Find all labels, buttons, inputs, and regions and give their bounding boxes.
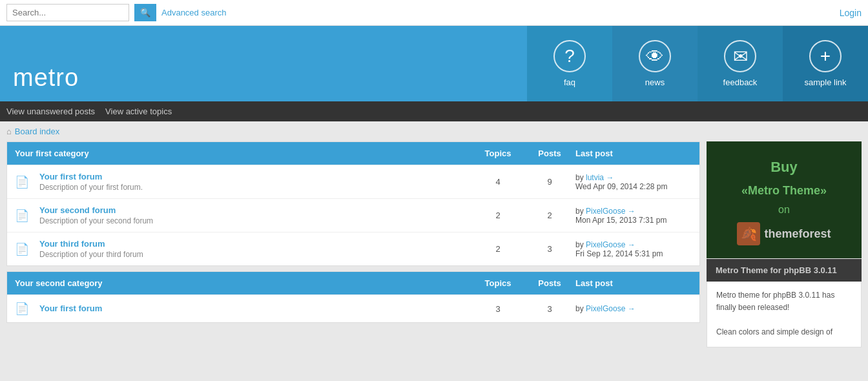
top-bar: 🔍 Advanced search Login — [0, 0, 868, 26]
forum-3-link[interactable]: Your third forum — [39, 239, 105, 249]
forum-1-name: Your first forum — [39, 172, 472, 181]
table-row: 📄 Your second forum Description of your … — [7, 198, 699, 232]
ad-tf-text: themeforest — [764, 223, 831, 244]
sidebar-text-2: Clean colors and simple design of — [716, 326, 852, 338]
faq-icon: ? — [553, 40, 586, 72]
forum-file-icon: 📄 — [15, 209, 33, 223]
category-1-topics-col: Topics — [472, 149, 524, 158]
ad-metro-text: «Metro Theme» — [741, 180, 827, 201]
forum-file-icon: 📄 — [15, 175, 33, 189]
forum-1-last-user[interactable]: lutvia — [586, 173, 604, 182]
tile-news-label: news — [645, 77, 665, 87]
tile-sample-link[interactable]: + sample link — [783, 26, 868, 101]
forum-4-arrow: → — [628, 304, 636, 313]
tile-feedback[interactable]: ✉ feedback — [698, 26, 783, 101]
forum-4-topics: 3 — [472, 304, 524, 314]
breadcrumb: ⌂ Board index — [0, 121, 868, 141]
forum-1-link[interactable]: Your first forum — [39, 172, 102, 181]
search-input[interactable] — [6, 4, 129, 21]
forum-2-arrow: → — [628, 207, 636, 216]
category-2-topics-col: Topics — [472, 278, 524, 288]
tile-faq[interactable]: ? faq — [527, 26, 612, 101]
search-area: 🔍 Advanced search — [6, 4, 226, 21]
forum-2-date: Mon Apr 15, 2013 7:31 pm — [575, 216, 666, 225]
advanced-search-link[interactable]: Advanced search — [161, 8, 226, 17]
forum-4-link[interactable]: Your first forum — [39, 304, 102, 313]
forum-2-topics: 2 — [472, 211, 524, 220]
forum-3-info: Your third forum Description of your thi… — [39, 239, 472, 259]
forum-3-arrow: → — [628, 240, 636, 249]
hero-tiles: ? faq 👁 news ✉ feedback + sample link — [527, 26, 868, 101]
tile-news[interactable]: 👁 news — [612, 26, 698, 101]
ad-on-text: on — [778, 201, 790, 220]
tile-sample-label: sample link — [804, 77, 846, 87]
search-button[interactable]: 🔍 — [134, 4, 156, 21]
forum-file-icon: 📄 — [15, 302, 33, 316]
sidebar-info-title: Metro Theme for phpBB 3.0.11 — [707, 259, 862, 282]
category-1-lastpost-col: Last post — [575, 149, 692, 158]
forum-4-lastpost: by PixelGoose → — [575, 304, 692, 313]
table-row: 📄 Your first forum Description of your f… — [7, 165, 699, 198]
forum-3-topics: 2 — [472, 244, 524, 254]
forum-3-posts: 3 — [524, 244, 575, 254]
hero-main: metro — [0, 26, 527, 101]
login-link[interactable]: Login — [840, 8, 862, 18]
forum-1-arrow: → — [606, 173, 614, 182]
category-2-header: Your second category Topics Posts Last p… — [7, 272, 699, 294]
category-2: Your second category Topics Posts Last p… — [6, 271, 700, 323]
main-layout: Your first category Topics Posts Last po… — [0, 141, 868, 354]
nav-active-topics[interactable]: View active topics — [105, 107, 172, 116]
board-index-link[interactable]: Board index — [15, 127, 59, 136]
forum-1-topics: 4 — [472, 177, 524, 187]
themeforest-icon: 🍂 — [737, 222, 760, 245]
forum-4-posts: 3 — [524, 304, 575, 314]
sidebar: Buy «Metro Theme» on 🍂 themeforest Metro… — [707, 141, 862, 347]
table-row: 📄 Your third forum Description of your t… — [7, 232, 699, 265]
forum-3-last-user[interactable]: PixelGoose — [586, 240, 625, 249]
category-1-posts-col: Posts — [524, 149, 575, 158]
forum-2-link[interactable]: Your second forum — [39, 205, 116, 215]
ad-buy-text: Buy — [770, 154, 798, 180]
nav-unanswered[interactable]: View unanswered posts — [6, 107, 95, 116]
category-1-header: Your first category Topics Posts Last po… — [7, 142, 699, 165]
forum-3-name: Your third forum — [39, 239, 472, 249]
forum-1-lastpost: by lutvia → Wed Apr 09, 2014 2:28 pm — [575, 173, 692, 191]
forum-2-lastpost: by PixelGoose → Mon Apr 15, 2013 7:31 pm — [575, 207, 692, 225]
forum-2-desc: Description of your second forum — [39, 216, 472, 225]
forum-2-posts: 2 — [524, 211, 575, 220]
tile-faq-label: faq — [564, 77, 575, 87]
forum-1-desc: Description of your first forum. — [39, 183, 472, 192]
forum-2-last-user[interactable]: PixelGoose — [586, 207, 625, 216]
forum-2-name: Your second forum — [39, 205, 472, 215]
forum-1-posts: 9 — [524, 177, 575, 187]
forum-4-info: Your first forum — [39, 304, 472, 314]
category-2-title: Your second category — [15, 278, 472, 288]
table-row: 📄 Your first forum 3 3 by PixelGoose → — [7, 294, 699, 322]
forum-3-desc: Description of your third forum — [39, 250, 472, 259]
ad-themeforest-row: 🍂 themeforest — [737, 222, 831, 245]
main-content: Your first category Topics Posts Last po… — [6, 141, 700, 347]
home-icon: ⌂ — [6, 127, 12, 136]
forum-2-info: Your second forum Description of your se… — [39, 205, 472, 225]
news-icon: 👁 — [639, 40, 671, 72]
forum-1-info: Your first forum Description of your fir… — [39, 172, 472, 192]
forum-3-date: Fri Sep 12, 2014 5:31 pm — [575, 249, 663, 258]
category-1: Your first category Topics Posts Last po… — [6, 141, 700, 266]
site-title: metro — [13, 64, 79, 92]
forum-3-lastpost: by PixelGoose → Fri Sep 12, 2014 5:31 pm — [575, 240, 692, 258]
nav-bar: View unanswered posts View active topics — [0, 101, 868, 121]
hero-area: metro ? faq 👁 news ✉ feedback + sample l… — [0, 26, 868, 101]
sidebar-ad: Buy «Metro Theme» on 🍂 themeforest — [707, 141, 862, 258]
tile-feedback-label: feedback — [723, 77, 758, 87]
sample-link-icon: + — [809, 40, 842, 72]
forum-file-icon: 📄 — [15, 242, 33, 256]
category-2-lastpost-col: Last post — [575, 278, 692, 288]
category-2-posts-col: Posts — [524, 278, 575, 288]
feedback-icon: ✉ — [724, 40, 756, 72]
forum-4-last-user[interactable]: PixelGoose — [586, 304, 625, 313]
category-1-title: Your first category — [15, 149, 472, 158]
forum-4-name: Your first forum — [39, 304, 472, 313]
sidebar-info-text: Metro theme for phpBB 3.0.11 has finally… — [707, 282, 862, 347]
forum-1-date: Wed Apr 09, 2014 2:28 pm — [575, 182, 668, 191]
sidebar-text-1: Metro theme for phpBB 3.0.11 has finally… — [716, 289, 852, 314]
